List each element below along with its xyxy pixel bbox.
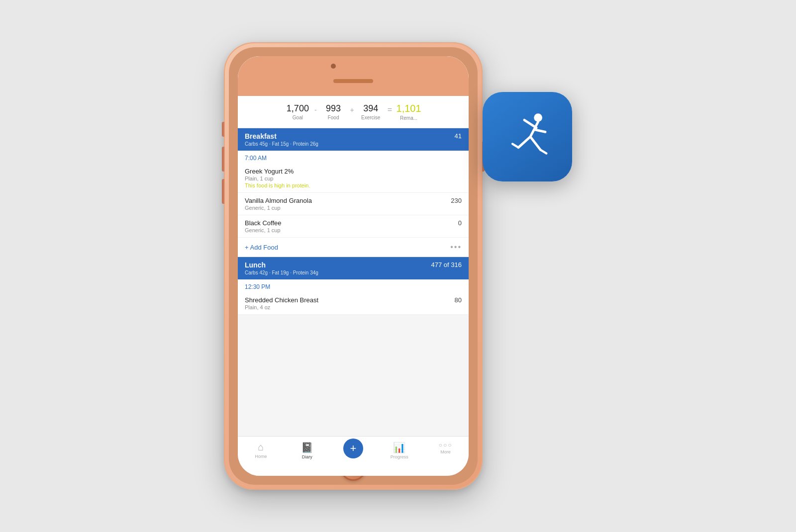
diary-icon: 📓 — [301, 442, 313, 453]
breakfast-title: Breakfast — [245, 132, 318, 140]
progress-label: Progress — [391, 454, 408, 459]
svg-line-5 — [530, 137, 540, 150]
volume-up-button[interactable] — [222, 147, 224, 172]
app-icon — [483, 92, 572, 181]
plus-op: + — [350, 106, 354, 114]
svg-line-4 — [518, 137, 530, 148]
food-value: 993 — [326, 103, 341, 114]
home-label: Home — [255, 454, 267, 459]
home-icon: ⌂ — [258, 442, 264, 453]
food-label: Food — [328, 115, 339, 120]
phone-camera — [331, 64, 336, 69]
app-scene: 1,700 Goal - 993 Food + 394 Exer — [224, 42, 572, 490]
progress-icon: 📊 — [393, 442, 405, 453]
lunch-header[interactable]: Lunch Carbs 42g · Fat 19g · Protein 34g … — [238, 257, 469, 279]
minus-op: - — [314, 106, 317, 114]
nav-diary[interactable]: 📓 Diary — [284, 442, 330, 459]
breakfast-macros: Carbs 45g · Fat 15g · Protein 26g — [245, 141, 318, 147]
more-icon: ○○○ — [439, 442, 453, 448]
coffee-desc: Generic, 1 cup — [245, 227, 281, 233]
add-food-row[interactable]: + Add Food ••• — [238, 238, 469, 257]
more-label: More — [440, 449, 451, 454]
svg-point-0 — [534, 113, 542, 122]
breakfast-header[interactable]: Breakfast Carbs 45g · Fat 15g · Protein … — [238, 128, 469, 151]
yogurt-desc: Plain, 1 cup — [245, 176, 310, 181]
phone-top-bar — [238, 56, 469, 96]
granola-cals: 230 — [447, 197, 462, 204]
more-options-button[interactable]: ••• — [450, 243, 462, 252]
remaining-value: 1,101 — [397, 103, 421, 114]
chicken-desc: Plain, 4 oz — [245, 304, 318, 310]
nav-home[interactable]: ⌂ Home — [238, 442, 284, 459]
food-item-coffee[interactable]: Black Coffee Generic, 1 cup 0 — [238, 215, 469, 238]
add-food-button[interactable]: + Add Food — [245, 244, 278, 251]
bottom-nav: ⌂ Home 📓 Diary + 📊 Progress — [238, 436, 469, 476]
phone-screen: 1,700 Goal - 993 Food + 394 Exer — [238, 96, 469, 436]
lunch-title: Lunch — [245, 261, 318, 269]
goal-item: 1,700 Goal — [284, 103, 311, 120]
mute-button[interactable] — [222, 122, 224, 137]
volume-down-button[interactable] — [222, 179, 224, 204]
svg-line-2 — [524, 120, 536, 128]
exercise-value: 394 — [363, 103, 378, 114]
food-item-yogurt[interactable]: Greek Yogurt 2% Plain, 1 cup This food i… — [238, 164, 469, 193]
chicken-name: Shredded Chicken Breast — [245, 296, 318, 304]
equals-op: = — [388, 105, 392, 114]
granola-desc: Generic, 1 cup — [245, 205, 312, 211]
svg-line-7 — [540, 150, 546, 153]
breakfast-calories: 41 — [455, 132, 462, 140]
lunch-macros: Carbs 42g · Fat 19g · Protein 34g — [245, 270, 318, 275]
nav-progress[interactable]: 📊 Progress — [376, 442, 422, 459]
remaining-label: Rema... — [400, 115, 417, 121]
nav-more[interactable]: ○○○ More — [422, 442, 469, 454]
food-item-granola[interactable]: Vanilla Almond Granola Generic, 1 cup 23… — [238, 193, 469, 215]
calorie-bar: 1,700 Goal - 993 Food + 394 Exer — [238, 96, 469, 128]
diary-label: Diary — [302, 454, 312, 459]
food-item: 993 Food — [320, 103, 347, 120]
lunch-calories: 477 of 316 — [431, 261, 462, 268]
food-item-chicken[interactable]: Shredded Chicken Breast Plain, 4 oz 80 — [238, 292, 469, 315]
yogurt-name: Greek Yogurt 2% — [245, 168, 310, 175]
goal-label: Goal — [293, 115, 303, 120]
add-button[interactable]: + — [343, 439, 363, 458]
exercise-label: Exercise — [361, 115, 380, 120]
lunch-time: 12:30 PM — [238, 279, 469, 292]
exercise-item: 394 Exercise — [357, 103, 385, 120]
phone-shell: 1,700 Goal - 993 Food + 394 Exer — [224, 42, 483, 490]
svg-line-6 — [512, 144, 518, 147]
goal-value: 1,700 — [287, 103, 309, 114]
chicken-cals: 80 — [447, 296, 462, 304]
coffee-cals: 0 — [447, 219, 462, 227]
yogurt-note: This food is high in protein. — [245, 182, 310, 188]
granola-name: Vanilla Almond Granola — [245, 197, 312, 204]
under-armour-logo — [498, 107, 557, 167]
svg-line-3 — [534, 130, 545, 132]
breakfast-time: 7:00 AM — [238, 151, 469, 164]
nav-add[interactable]: + — [330, 442, 377, 458]
phone-speaker — [333, 79, 373, 83]
coffee-name: Black Coffee — [245, 219, 281, 227]
remaining-item: 1,101 Rema... — [395, 103, 422, 121]
